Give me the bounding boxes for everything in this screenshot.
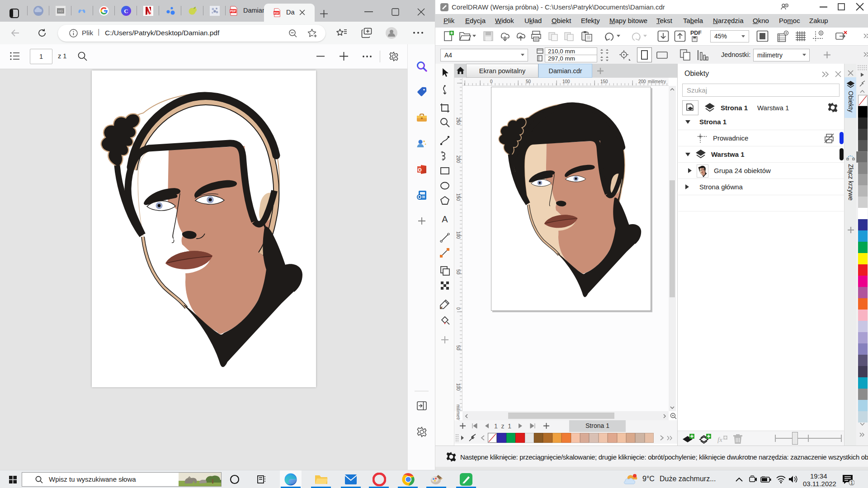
svg-text:A: A bbox=[442, 214, 448, 224]
svg-text:fx: fx bbox=[717, 436, 722, 443]
svg-text:HG: HG bbox=[58, 9, 63, 13]
svg-text:PDF: PDF bbox=[274, 12, 279, 14]
svg-text:1: 1 bbox=[850, 480, 853, 485]
svg-text:C: C bbox=[124, 8, 128, 14]
svg-text:O: O bbox=[418, 167, 422, 173]
svg-text:PDF: PDF bbox=[230, 9, 236, 13]
